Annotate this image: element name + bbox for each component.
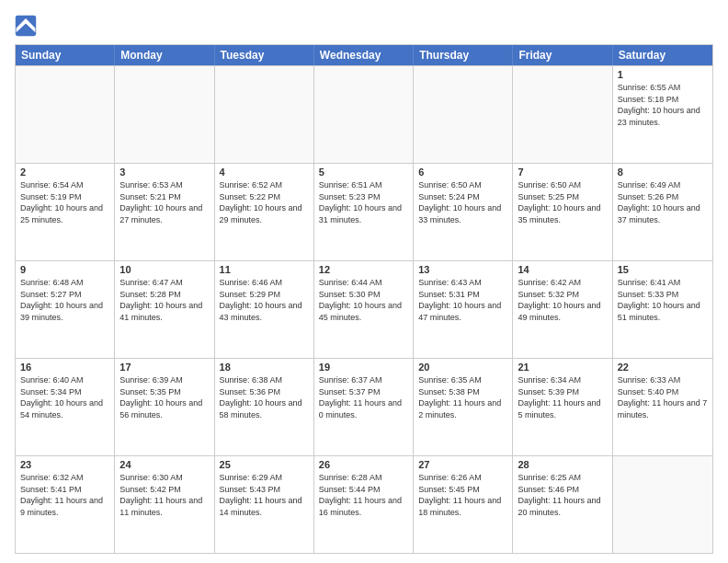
cell-info-text: Sunrise: 6:54 AMSunset: 5:19 PMDaylight:… <box>20 179 109 225</box>
calendar-body: 1Sunrise: 6:55 AMSunset: 5:18 PMDaylight… <box>16 65 712 553</box>
calendar-day-18: 18Sunrise: 6:38 AMSunset: 5:36 PMDayligh… <box>215 359 314 455</box>
day-header-monday: Monday <box>115 45 214 65</box>
cell-date-number: 13 <box>418 264 507 275</box>
cell-date-number: 17 <box>119 362 209 373</box>
calendar-day-28: 28Sunrise: 6:25 AMSunset: 5:46 PMDayligh… <box>513 456 612 553</box>
cell-info-text: Sunrise: 6:52 AMSunset: 5:22 PMDaylight:… <box>220 179 309 225</box>
calendar-day-6: 6Sunrise: 6:50 AMSunset: 5:24 PMDaylight… <box>414 164 513 260</box>
calendar-header: SundayMondayTuesdayWednesdayThursdayFrid… <box>16 45 712 65</box>
cell-info-text: Sunrise: 6:29 AMSunset: 5:43 PMDaylight:… <box>220 472 309 518</box>
cell-date-number: 28 <box>518 459 607 470</box>
day-header-friday: Friday <box>513 45 612 65</box>
cell-date-number: 10 <box>119 264 209 275</box>
cell-info-text: Sunrise: 6:44 AMSunset: 5:30 PMDaylight:… <box>319 277 408 323</box>
week-row-3: 9Sunrise: 6:48 AMSunset: 5:27 PMDaylight… <box>16 260 712 358</box>
cell-info-text: Sunrise: 6:35 AMSunset: 5:38 PMDaylight:… <box>418 374 507 420</box>
logo <box>15 15 40 37</box>
day-header-thursday: Thursday <box>414 45 513 65</box>
cell-date-number: 6 <box>418 167 507 178</box>
cell-date-number: 25 <box>220 459 309 470</box>
cell-date-number: 21 <box>518 362 607 373</box>
cell-info-text: Sunrise: 6:25 AMSunset: 5:46 PMDaylight:… <box>518 472 607 518</box>
logo-icon <box>15 15 37 37</box>
calendar-empty-cell <box>16 66 115 163</box>
week-row-5: 23Sunrise: 6:32 AMSunset: 5:41 PMDayligh… <box>16 455 712 553</box>
cell-info-text: Sunrise: 6:40 AMSunset: 5:34 PMDaylight:… <box>20 374 109 420</box>
cell-info-text: Sunrise: 6:50 AMSunset: 5:25 PMDaylight:… <box>518 179 607 225</box>
cell-date-number: 24 <box>119 459 209 470</box>
calendar-day-8: 8Sunrise: 6:49 AMSunset: 5:26 PMDaylight… <box>613 164 712 260</box>
cell-date-number: 1 <box>618 69 708 80</box>
calendar-day-3: 3Sunrise: 6:53 AMSunset: 5:21 PMDaylight… <box>115 164 214 260</box>
cell-info-text: Sunrise: 6:34 AMSunset: 5:39 PMDaylight:… <box>518 374 607 420</box>
calendar-day-10: 10Sunrise: 6:47 AMSunset: 5:28 PMDayligh… <box>115 261 214 358</box>
week-row-1: 1Sunrise: 6:55 AMSunset: 5:18 PMDaylight… <box>16 65 712 163</box>
calendar-day-26: 26Sunrise: 6:28 AMSunset: 5:44 PMDayligh… <box>314 456 414 553</box>
cell-info-text: Sunrise: 6:48 AMSunset: 5:27 PMDaylight:… <box>20 277 109 323</box>
cell-date-number: 22 <box>618 362 708 373</box>
calendar-empty-cell <box>414 66 513 163</box>
cell-date-number: 7 <box>518 167 607 178</box>
day-header-saturday: Saturday <box>613 45 712 65</box>
week-row-2: 2Sunrise: 6:54 AMSunset: 5:19 PMDaylight… <box>16 163 712 260</box>
cell-date-number: 14 <box>518 264 607 275</box>
cell-date-number: 19 <box>319 362 408 373</box>
calendar-day-22: 22Sunrise: 6:33 AMSunset: 5:40 PMDayligh… <box>613 359 712 455</box>
calendar-day-9: 9Sunrise: 6:48 AMSunset: 5:27 PMDaylight… <box>16 261 115 358</box>
calendar-day-13: 13Sunrise: 6:43 AMSunset: 5:31 PMDayligh… <box>414 261 513 358</box>
calendar-empty-cell <box>314 66 414 163</box>
cell-info-text: Sunrise: 6:28 AMSunset: 5:44 PMDaylight:… <box>319 472 408 518</box>
calendar-day-25: 25Sunrise: 6:29 AMSunset: 5:43 PMDayligh… <box>215 456 314 553</box>
cell-info-text: Sunrise: 6:41 AMSunset: 5:33 PMDaylight:… <box>618 277 708 323</box>
cell-info-text: Sunrise: 6:42 AMSunset: 5:32 PMDaylight:… <box>518 277 607 323</box>
cell-date-number: 26 <box>319 459 408 470</box>
cell-date-number: 27 <box>418 459 507 470</box>
day-header-sunday: Sunday <box>16 45 115 65</box>
calendar-day-7: 7Sunrise: 6:50 AMSunset: 5:25 PMDaylight… <box>513 164 612 260</box>
cell-info-text: Sunrise: 6:43 AMSunset: 5:31 PMDaylight:… <box>418 277 507 323</box>
cell-info-text: Sunrise: 6:26 AMSunset: 5:45 PMDaylight:… <box>418 472 507 518</box>
cell-info-text: Sunrise: 6:51 AMSunset: 5:23 PMDaylight:… <box>319 179 408 225</box>
calendar-day-12: 12Sunrise: 6:44 AMSunset: 5:30 PMDayligh… <box>314 261 414 358</box>
cell-date-number: 18 <box>220 362 309 373</box>
cell-date-number: 2 <box>20 167 109 178</box>
cell-info-text: Sunrise: 6:37 AMSunset: 5:37 PMDaylight:… <box>319 374 408 420</box>
cell-info-text: Sunrise: 6:47 AMSunset: 5:28 PMDaylight:… <box>119 277 209 323</box>
cell-date-number: 20 <box>418 362 507 373</box>
cell-info-text: Sunrise: 6:38 AMSunset: 5:36 PMDaylight:… <box>220 374 309 420</box>
calendar-day-20: 20Sunrise: 6:35 AMSunset: 5:38 PMDayligh… <box>414 359 513 455</box>
calendar-day-23: 23Sunrise: 6:32 AMSunset: 5:41 PMDayligh… <box>16 456 115 553</box>
day-header-wednesday: Wednesday <box>314 45 414 65</box>
cell-date-number: 9 <box>20 264 109 275</box>
cell-date-number: 11 <box>220 264 309 275</box>
cell-info-text: Sunrise: 6:46 AMSunset: 5:29 PMDaylight:… <box>220 277 309 323</box>
cell-info-text: Sunrise: 6:30 AMSunset: 5:42 PMDaylight:… <box>119 472 209 518</box>
calendar: SundayMondayTuesdayWednesdayThursdayFrid… <box>15 44 713 554</box>
calendar-day-19: 19Sunrise: 6:37 AMSunset: 5:37 PMDayligh… <box>314 359 414 455</box>
calendar-day-4: 4Sunrise: 6:52 AMSunset: 5:22 PMDaylight… <box>215 164 314 260</box>
calendar-empty-cell <box>613 456 712 553</box>
calendar-day-5: 5Sunrise: 6:51 AMSunset: 5:23 PMDaylight… <box>314 164 414 260</box>
cell-info-text: Sunrise: 6:32 AMSunset: 5:41 PMDaylight:… <box>20 472 109 518</box>
cell-info-text: Sunrise: 6:39 AMSunset: 5:35 PMDaylight:… <box>119 374 209 420</box>
calendar-empty-cell <box>513 66 612 163</box>
cell-info-text: Sunrise: 6:55 AMSunset: 5:18 PMDaylight:… <box>618 82 708 128</box>
calendar-empty-cell <box>215 66 314 163</box>
calendar-day-17: 17Sunrise: 6:39 AMSunset: 5:35 PMDayligh… <box>115 359 214 455</box>
calendar-day-1: 1Sunrise: 6:55 AMSunset: 5:18 PMDaylight… <box>613 66 712 163</box>
cell-date-number: 15 <box>618 264 708 275</box>
cell-date-number: 4 <box>220 167 309 178</box>
calendar-day-11: 11Sunrise: 6:46 AMSunset: 5:29 PMDayligh… <box>215 261 314 358</box>
calendar-empty-cell <box>115 66 214 163</box>
cell-info-text: Sunrise: 6:53 AMSunset: 5:21 PMDaylight:… <box>119 179 209 225</box>
calendar-day-21: 21Sunrise: 6:34 AMSunset: 5:39 PMDayligh… <box>513 359 612 455</box>
calendar-day-15: 15Sunrise: 6:41 AMSunset: 5:33 PMDayligh… <box>613 261 712 358</box>
cell-info-text: Sunrise: 6:33 AMSunset: 5:40 PMDaylight:… <box>618 374 708 420</box>
calendar-day-14: 14Sunrise: 6:42 AMSunset: 5:32 PMDayligh… <box>513 261 612 358</box>
cell-date-number: 23 <box>20 459 109 470</box>
cell-info-text: Sunrise: 6:49 AMSunset: 5:26 PMDaylight:… <box>618 179 708 225</box>
cell-info-text: Sunrise: 6:50 AMSunset: 5:24 PMDaylight:… <box>418 179 507 225</box>
week-row-4: 16Sunrise: 6:40 AMSunset: 5:34 PMDayligh… <box>16 358 712 455</box>
day-header-tuesday: Tuesday <box>215 45 314 65</box>
cell-date-number: 12 <box>319 264 408 275</box>
